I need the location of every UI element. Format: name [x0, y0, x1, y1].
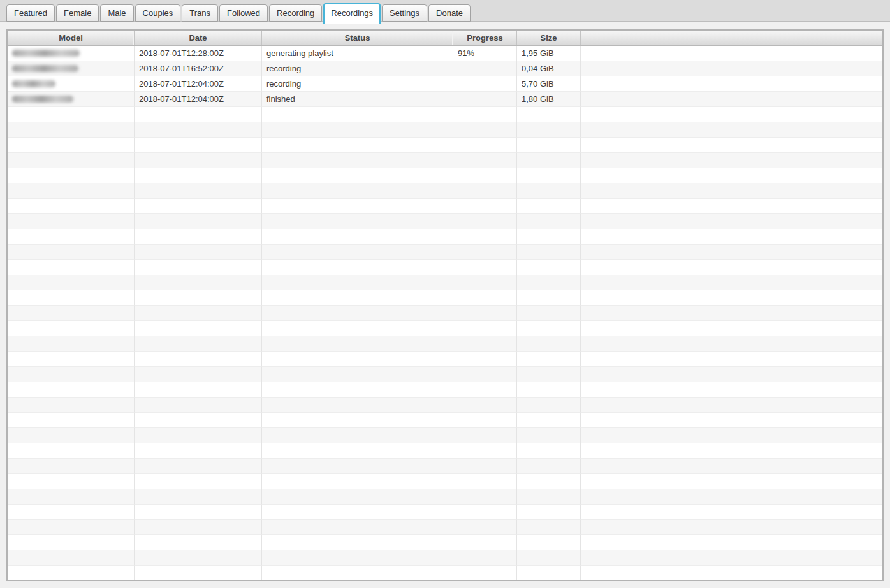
- tab-female[interactable]: Female: [56, 4, 99, 22]
- table-row[interactable]: [8, 153, 882, 168]
- cell-date: 2018-07-01T16:52:00Z: [135, 61, 262, 76]
- cell-size: 0,04 GiB: [517, 61, 581, 76]
- tab-couples[interactable]: Couples: [135, 4, 181, 22]
- table-row[interactable]: [8, 183, 882, 199]
- table-row[interactable]: 2018-07-01T12:04:00Zrecording5,70 GiB: [8, 76, 882, 92]
- cell-progress: [453, 199, 517, 214]
- cell-filler: [581, 275, 882, 290]
- cell-model: [8, 428, 135, 443]
- table-row[interactable]: 2018-07-01T12:28:00Zgenerating playlist9…: [8, 46, 882, 61]
- cell-status: [262, 336, 453, 352]
- table-row[interactable]: [8, 168, 882, 183]
- app-window: Featured Female Male Couples Trans Follo…: [0, 0, 890, 22]
- cell-model: [8, 459, 135, 474]
- redacted-model-name: [12, 65, 78, 72]
- cell-size: [517, 245, 581, 260]
- table-row[interactable]: [8, 566, 882, 581]
- table-row[interactable]: [8, 443, 882, 459]
- tab-male[interactable]: Male: [100, 4, 133, 22]
- tab-recording[interactable]: Recording: [269, 4, 322, 22]
- cell-size: [517, 306, 581, 321]
- cell-size: [517, 474, 581, 489]
- cell-progress: [453, 321, 517, 336]
- cell-size: [517, 321, 581, 336]
- tab-strip: Featured Female Male Couples Trans Follo…: [0, 0, 890, 22]
- tab-trans[interactable]: Trans: [182, 4, 218, 22]
- table-row[interactable]: [8, 352, 882, 367]
- table-row[interactable]: [8, 535, 882, 550]
- table-row[interactable]: [8, 229, 882, 245]
- table-row[interactable]: [8, 428, 882, 443]
- cell-progress: [453, 443, 517, 459]
- cell-progress: [453, 76, 517, 92]
- cell-status: [262, 245, 453, 260]
- cell-status: [262, 153, 453, 168]
- cell-date: 2018-07-01T12:04:00Z: [135, 92, 262, 107]
- cell-progress: [453, 352, 517, 367]
- cell-status: recording: [262, 61, 453, 76]
- table-row[interactable]: [8, 382, 882, 398]
- cell-size: [517, 428, 581, 443]
- cell-size: [517, 535, 581, 550]
- column-header-status[interactable]: Status: [262, 31, 453, 45]
- table-row[interactable]: [8, 306, 882, 321]
- table-row[interactable]: [8, 398, 882, 413]
- cell-size: [517, 214, 581, 229]
- cell-date: [135, 275, 262, 290]
- cell-date: 2018-07-01T12:04:00Z: [135, 76, 262, 92]
- table-row[interactable]: 2018-07-01T16:52:00Zrecording0,04 GiB: [8, 61, 882, 76]
- tab-settings[interactable]: Settings: [382, 4, 427, 22]
- table-row[interactable]: [8, 260, 882, 275]
- tab-featured[interactable]: Featured: [6, 4, 55, 22]
- table-row[interactable]: [8, 459, 882, 474]
- cell-size: [517, 183, 581, 199]
- table-row[interactable]: [8, 505, 882, 520]
- cell-model: [8, 336, 135, 352]
- tab-donate[interactable]: Donate: [428, 4, 471, 22]
- cell-progress: [453, 122, 517, 138]
- cell-model: [8, 199, 135, 214]
- table-row[interactable]: [8, 290, 882, 306]
- column-header-date[interactable]: Date: [135, 31, 262, 45]
- cell-model: [8, 46, 135, 61]
- table-row[interactable]: [8, 550, 882, 566]
- column-header-progress[interactable]: Progress: [453, 31, 517, 45]
- column-header-filler[interactable]: [581, 31, 882, 45]
- cell-filler: [581, 336, 882, 352]
- table-row[interactable]: [8, 367, 882, 382]
- cell-status: [262, 474, 453, 489]
- column-header-model[interactable]: Model: [8, 31, 135, 45]
- table-row[interactable]: [8, 474, 882, 489]
- table-row[interactable]: 2018-07-01T12:04:00Zfinished1,80 GiB: [8, 92, 882, 107]
- cell-filler: [581, 229, 882, 245]
- table-row[interactable]: [8, 489, 882, 505]
- table-row[interactable]: [8, 413, 882, 428]
- cell-filler: [581, 413, 882, 428]
- cell-filler: [581, 382, 882, 398]
- table-row[interactable]: [8, 214, 882, 229]
- tab-recordings[interactable]: Recordings: [323, 3, 381, 24]
- cell-size: [517, 352, 581, 367]
- table-row[interactable]: [8, 199, 882, 214]
- table-row[interactable]: [8, 321, 882, 336]
- cell-size: [517, 367, 581, 382]
- table-row[interactable]: [8, 275, 882, 290]
- cell-filler: [581, 290, 882, 306]
- cell-model: [8, 153, 135, 168]
- table-row[interactable]: [8, 336, 882, 352]
- tab-followed[interactable]: Followed: [219, 4, 268, 22]
- table-row[interactable]: [8, 520, 882, 535]
- table-row[interactable]: [8, 245, 882, 260]
- column-header-size[interactable]: Size: [517, 31, 581, 45]
- cell-progress: [453, 474, 517, 489]
- cell-model: [8, 138, 135, 153]
- cell-progress: [453, 520, 517, 535]
- cell-size: [517, 489, 581, 505]
- cell-size: [517, 107, 581, 122]
- cell-date: [135, 489, 262, 505]
- cell-filler: [581, 489, 882, 505]
- table-row[interactable]: [8, 107, 882, 122]
- table-row[interactable]: [8, 122, 882, 138]
- table-row[interactable]: [8, 138, 882, 153]
- cell-filler: [581, 520, 882, 535]
